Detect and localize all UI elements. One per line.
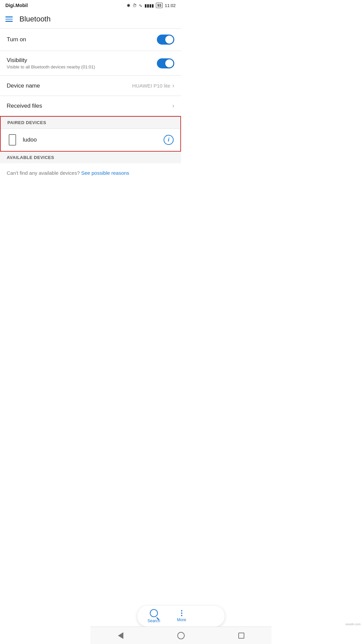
time-label: 11:02: [165, 3, 176, 8]
signal-icon: ▮▮▮▮: [144, 3, 154, 8]
device-phone-icon: [7, 133, 17, 146]
battery-indicator: 93: [156, 3, 163, 8]
bluetooth-status-icon: ✱: [127, 3, 130, 8]
device-name-value-container: HUAWEI P10 lite ›: [132, 82, 174, 89]
visibility-toggle[interactable]: [157, 58, 174, 68]
available-devices-section: AVAILABLE DEVICES: [0, 152, 181, 163]
device-name-label-container: Device name: [7, 83, 40, 89]
status-icons: ✱ ⏱ ∿ ▮▮▮▮ 93 11:02: [127, 3, 176, 8]
device-info-button[interactable]: i: [164, 135, 174, 145]
received-files-chevron: ›: [172, 102, 174, 109]
visibility-label-container: Visibility Visible to all Bluetooth devi…: [7, 57, 95, 69]
wifi-icon: ∿: [139, 3, 142, 8]
device-name-label: Device name: [7, 83, 40, 89]
visibility-label: Visibility: [7, 57, 95, 64]
see-reasons-link[interactable]: See possible reasons: [81, 170, 129, 176]
paired-device-name: ludoo: [23, 137, 158, 143]
device-name-value: HUAWEI P10 lite: [132, 83, 170, 89]
turn-on-label: Turn on: [7, 36, 26, 43]
turn-on-row[interactable]: Turn on: [0, 29, 181, 51]
carrier-label: Digi.Mobil: [5, 3, 28, 8]
page-title: Bluetooth: [19, 15, 51, 23]
received-files-label: Received files: [7, 103, 42, 109]
page-header: Bluetooth: [0, 10, 181, 29]
status-bar: Digi.Mobil ✱ ⏱ ∿ ▮▮▮▮ 93 11:02: [0, 0, 181, 10]
device-name-chevron: ›: [172, 82, 174, 89]
no-devices-message: Can't find any available devices? See po…: [0, 163, 181, 182]
alarm-icon: ⏱: [132, 3, 137, 8]
hamburger-menu-button[interactable]: [5, 16, 13, 22]
turn-on-label-container: Turn on: [7, 36, 26, 43]
settings-list: Turn on Visibility Visible to all Blueto…: [0, 29, 181, 116]
device-name-row[interactable]: Device name HUAWEI P10 lite ›: [0, 76, 181, 96]
received-files-row[interactable]: Received files ›: [0, 96, 181, 116]
visibility-sublabel: Visible to all Bluetooth devices nearby …: [7, 64, 95, 69]
paired-device-item[interactable]: ludoo i: [1, 128, 180, 151]
turn-on-toggle[interactable]: [157, 35, 174, 45]
visibility-row[interactable]: Visibility Visible to all Bluetooth devi…: [0, 51, 181, 76]
received-files-label-container: Received files: [7, 103, 42, 109]
paired-devices-section: PAIRED DEVICES ludoo i: [0, 116, 181, 152]
paired-devices-header: PAIRED DEVICES: [1, 117, 180, 128]
available-devices-header: AVAILABLE DEVICES: [0, 152, 181, 163]
